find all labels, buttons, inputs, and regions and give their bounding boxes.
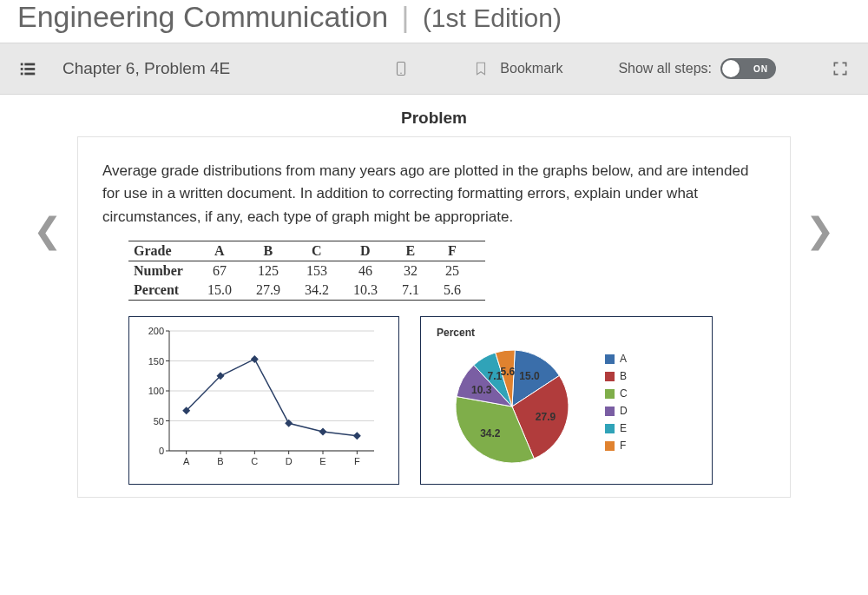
problem-card: Average grade distributions from many ye… [77, 136, 791, 498]
table-cell: 27.9 [256, 281, 305, 301]
svg-text:A: A [183, 456, 190, 466]
legend-item: E [605, 422, 628, 434]
table-cell: 32 [402, 261, 444, 281]
legend-label: E [620, 422, 627, 434]
table-cell: 15.0 [207, 281, 256, 301]
svg-rect-5 [24, 73, 35, 76]
svg-point-7 [401, 73, 403, 75]
legend-label: D [620, 405, 628, 417]
legend-swatch [605, 441, 615, 451]
pie-legend: ABCDEF [605, 324, 628, 480]
title-separator: | [402, 0, 410, 33]
svg-text:50: 50 [154, 416, 164, 426]
svg-rect-1 [21, 68, 23, 70]
table-header: E [402, 241, 444, 261]
legend-label: C [620, 387, 628, 400]
fullscreen-icon[interactable] [830, 58, 851, 79]
svg-text:B: B [217, 456, 223, 466]
table-cell: 10.3 [353, 281, 402, 301]
svg-text:200: 200 [148, 326, 164, 336]
legend-swatch [605, 389, 615, 399]
legend-item: B [605, 370, 628, 382]
show-steps-toggle[interactable]: ON [720, 58, 776, 79]
prev-problem-arrow[interactable]: ❮ [33, 213, 62, 248]
table-row: Percent 15.0 27.9 34.2 10.3 7.1 5.6 [128, 281, 485, 301]
table-header: A [207, 241, 256, 261]
svg-text:0: 0 [159, 446, 164, 456]
table-cell: 7.1 [402, 281, 444, 301]
book-name: Engineering Communication [17, 0, 388, 33]
legend-label: A [620, 353, 627, 365]
table-header: F [444, 241, 485, 261]
line-chart: 050100150200ABCDEF [128, 316, 399, 485]
table-cell: 5.6 [444, 281, 485, 301]
legend-swatch [605, 424, 615, 433]
toggle-state: ON [753, 64, 768, 74]
table-cell: Number [128, 261, 207, 281]
pie-chart: Percent15.027.934.210.37.15.6 ABCDEF [420, 316, 713, 485]
book-title: Engineering Communication | (1st Edition… [0, 0, 868, 43]
legend-item: D [605, 405, 628, 417]
bookmark-label[interactable]: Bookmark [500, 61, 562, 76]
bookmark-icon[interactable] [470, 58, 491, 79]
legend-item: A [605, 353, 628, 365]
table-header-row: Grade A B C D E F [128, 241, 485, 261]
table-header: Grade [128, 241, 207, 261]
svg-text:F: F [354, 456, 360, 466]
steps-label: Show all steps: [618, 61, 712, 76]
section-title: Problem [0, 109, 868, 128]
svg-rect-3 [24, 63, 35, 66]
svg-rect-4 [24, 68, 35, 70]
table-cell: 153 [305, 261, 353, 281]
legend-label: F [620, 440, 626, 452]
svg-text:10.3: 10.3 [471, 384, 492, 396]
svg-text:34.2: 34.2 [480, 428, 501, 440]
table-cell: 67 [207, 261, 256, 281]
svg-text:Percent: Percent [437, 327, 475, 339]
svg-text:C: C [251, 456, 258, 466]
svg-text:D: D [286, 456, 293, 466]
table-cell: 46 [353, 261, 402, 281]
svg-text:27.9: 27.9 [536, 411, 556, 423]
svg-text:E: E [319, 456, 326, 466]
table-header: C [305, 241, 353, 261]
table-header: B [256, 241, 305, 261]
svg-text:5.6: 5.6 [501, 366, 516, 378]
svg-text:15.0: 15.0 [519, 370, 540, 382]
legend-item: C [605, 387, 628, 400]
book-edition: (1st Edition) [423, 3, 562, 32]
table-row: Number 67 125 153 46 32 25 [128, 261, 485, 281]
chapter-toolbar: Chapter 6, Problem 4E Bookmark Show all … [0, 43, 868, 95]
table-cell: 125 [256, 261, 305, 281]
legend-label: B [620, 370, 627, 382]
svg-rect-0 [21, 63, 23, 66]
svg-text:150: 150 [148, 356, 164, 367]
legend-swatch [605, 372, 615, 381]
list-icon[interactable] [17, 58, 38, 79]
grade-table: Grade A B C D E F Number 67 125 153 46 3… [128, 241, 485, 301]
next-problem-arrow[interactable]: ❯ [806, 213, 835, 248]
table-cell: Percent [128, 281, 207, 301]
legend-swatch [605, 354, 615, 364]
chapter-breadcrumb: Chapter 6, Problem 4E [62, 59, 230, 78]
legend-swatch [605, 407, 615, 416]
svg-text:100: 100 [148, 386, 164, 396]
device-icon[interactable] [391, 58, 411, 79]
table-header: D [353, 241, 402, 261]
table-cell: 25 [444, 261, 485, 281]
problem-text: Average grade distributions from many ye… [102, 160, 766, 228]
toggle-knob [722, 60, 740, 77]
svg-rect-2 [21, 73, 23, 76]
table-cell: 34.2 [305, 281, 353, 301]
legend-item: F [605, 440, 628, 452]
